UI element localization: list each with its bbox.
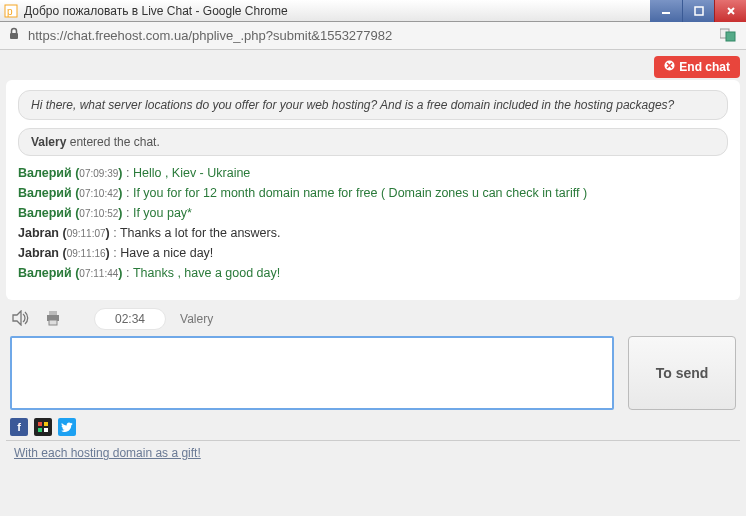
msg-text: If you pay* — [133, 206, 192, 220]
maximize-button[interactable] — [682, 0, 714, 22]
window-title: Добро пожаловать в Live Chat - Google Ch… — [24, 4, 288, 18]
svg-rect-19 — [44, 428, 48, 432]
message-list: Валерий (07:09:39) : Hello , Kiev - Ukra… — [18, 166, 728, 280]
msg-text: Thanks , have a good day! — [133, 266, 280, 280]
msg-timestamp: 07:10:52 — [79, 208, 118, 219]
chat-panel: Hi there, what server locations do you o… — [6, 80, 740, 300]
svg-rect-15 — [49, 320, 57, 325]
system-message-who: Valery — [31, 135, 66, 149]
svg-rect-3 — [695, 7, 703, 15]
url-text[interactable]: https://chat.freehost.com.ua/phplive_.ph… — [28, 28, 720, 43]
msg-text: Hello , Kiev - Ukraine — [133, 166, 250, 180]
msg-timestamp: 07:09:39 — [79, 168, 118, 179]
end-chat-label: End chat — [679, 60, 730, 74]
chat-message: Валерий (07:11:44) : Thanks , have a goo… — [18, 266, 728, 280]
svg-rect-8 — [726, 32, 735, 41]
chat-toolbar: 02:34 Valery — [6, 300, 740, 336]
msg-timestamp: 07:11:44 — [79, 268, 118, 279]
window-controls — [650, 0, 746, 22]
end-chat-close-icon — [664, 60, 675, 74]
print-icon[interactable] — [44, 310, 62, 329]
svg-rect-6 — [10, 33, 18, 39]
chat-timer: 02:34 — [94, 308, 166, 330]
chat-message: Валерий (07:09:39) : Hello , Kiev - Ukra… — [18, 166, 728, 180]
visitor-intro-bubble: Hi there, what server locations do you o… — [18, 90, 728, 120]
msg-author: Валерий ( — [18, 266, 79, 280]
facebook-icon[interactable]: f — [10, 418, 28, 436]
end-chat-button[interactable]: End chat — [654, 56, 740, 78]
msg-text: Have a nice day! — [120, 246, 213, 260]
msg-text: Thanks a lot for the answers. — [120, 226, 281, 240]
operator-name: Valery — [180, 312, 213, 326]
chat-container: End chat Hi there, what server locations… — [0, 50, 746, 516]
footer-promo-link[interactable]: With each hosting domain as a gift! — [14, 446, 201, 460]
svg-rect-18 — [38, 428, 42, 432]
msg-author: Валерий ( — [18, 186, 79, 200]
twitter-icon[interactable] — [58, 418, 76, 436]
msg-timestamp: 07:10:42 — [79, 188, 118, 199]
close-button[interactable] — [714, 0, 746, 22]
address-bar: https://chat.freehost.com.ua/phplive_.ph… — [0, 22, 746, 50]
plus-icon[interactable] — [34, 418, 52, 436]
system-message: Valery entered the chat. — [18, 128, 728, 156]
msg-author: Валерий ( — [18, 206, 79, 220]
svg-text:p: p — [7, 6, 13, 17]
input-row: To send — [6, 336, 740, 410]
msg-author: Jabran ( — [18, 246, 67, 260]
svg-rect-14 — [49, 311, 57, 315]
chat-message: Jabran (09:11:07) : Thanks a lot for the… — [18, 226, 728, 240]
svg-marker-12 — [13, 311, 21, 325]
msg-timestamp: 09:11:07 — [67, 228, 106, 239]
msg-author: Jabran ( — [18, 226, 67, 240]
svg-rect-17 — [44, 422, 48, 426]
minimize-button[interactable] — [650, 0, 682, 22]
msg-text: If you for for 12 month domain name for … — [133, 186, 587, 200]
lock-icon — [8, 27, 20, 44]
system-message-text: entered the chat. — [66, 135, 159, 149]
window-titlebar: p Добро пожаловать в Live Chat - Google … — [0, 0, 746, 22]
favicon-icon: p — [4, 4, 18, 18]
sound-icon[interactable] — [12, 310, 30, 329]
svg-rect-16 — [38, 422, 42, 426]
message-input[interactable] — [10, 336, 614, 410]
msg-author: Валерий ( — [18, 166, 79, 180]
msg-timestamp: 09:11:16 — [67, 248, 106, 259]
chat-message: Валерий (07:10:52) : If you pay* — [18, 206, 728, 220]
chat-message: Jabran (09:11:16) : Have a nice day! — [18, 246, 728, 260]
social-row: f — [6, 410, 740, 440]
chat-message: Валерий (07:10:42) : If you for for 12 m… — [18, 186, 728, 200]
send-button[interactable]: To send — [628, 336, 736, 410]
translate-icon[interactable] — [720, 27, 738, 45]
footer: With each hosting domain as a gift! — [6, 440, 740, 465]
